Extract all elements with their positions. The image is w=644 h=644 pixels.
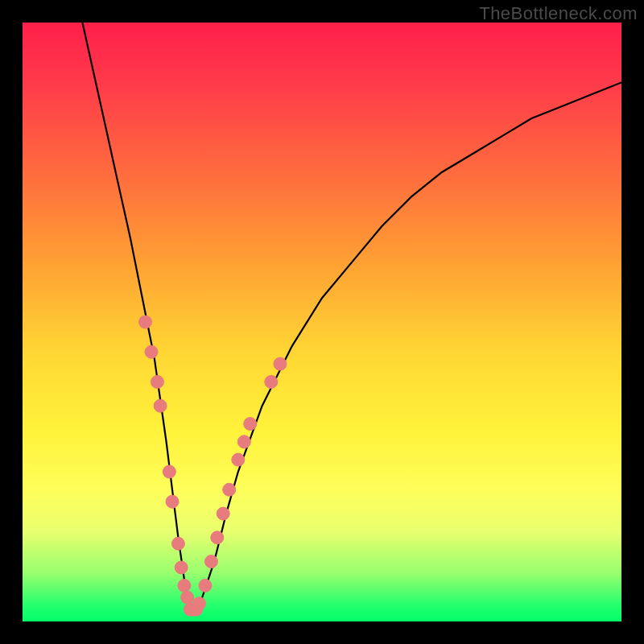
data-marker <box>171 537 184 550</box>
data-marker <box>193 597 206 610</box>
data-marker <box>166 495 179 508</box>
data-marker <box>223 483 236 496</box>
plot-area <box>23 23 621 621</box>
data-marker <box>265 375 278 388</box>
watermark-text: TheBottleneck.com <box>479 3 638 24</box>
data-marker <box>181 591 194 604</box>
bottleneck-curve <box>82 23 621 609</box>
data-marker <box>151 375 163 388</box>
data-marker <box>217 507 229 520</box>
marker-group <box>139 316 287 616</box>
data-marker <box>274 357 287 370</box>
data-marker <box>244 418 257 431</box>
data-marker <box>232 453 245 466</box>
data-marker <box>145 345 158 358</box>
bottleneck-chart-svg <box>23 23 621 621</box>
data-marker <box>178 579 191 592</box>
data-marker <box>154 399 167 412</box>
data-marker <box>199 579 212 592</box>
chart-frame: TheBottleneck.com <box>0 0 644 644</box>
data-marker <box>204 555 217 568</box>
data-marker <box>175 561 188 574</box>
data-marker <box>139 316 152 328</box>
data-marker <box>163 465 175 478</box>
data-marker <box>237 436 250 448</box>
data-marker <box>211 531 224 544</box>
